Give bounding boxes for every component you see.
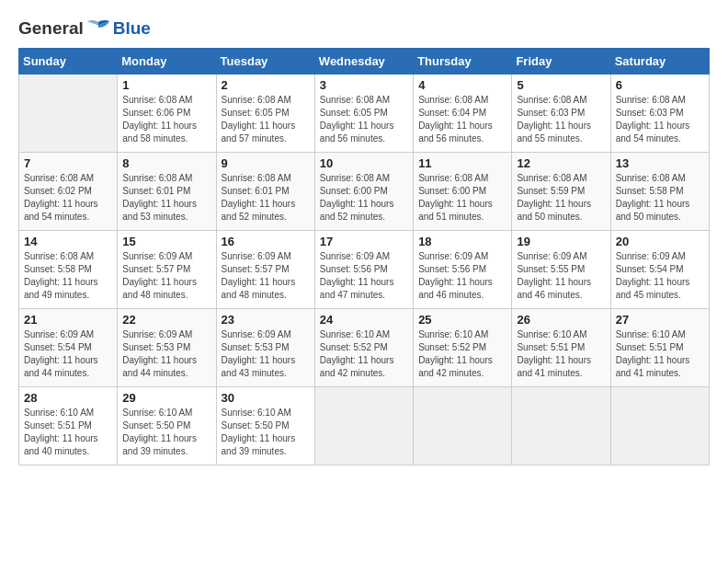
calendar-cell: 28Sunrise: 6:10 AM Sunset: 5:51 PM Dayli… [19,387,118,465]
day-info: Sunrise: 6:08 AM Sunset: 6:06 PM Dayligh… [122,94,210,145]
day-number: 9 [222,156,310,170]
day-number: 16 [222,235,310,248]
calendar-cell: 1Sunrise: 6:08 AM Sunset: 6:06 PM Daylig… [118,75,216,153]
day-info: Sunrise: 6:08 AM Sunset: 5:58 PM Dayligh… [24,250,112,302]
day-number: 14 [24,235,112,248]
day-info: Sunrise: 6:10 AM Sunset: 5:51 PM Dayligh… [616,328,704,380]
day-info: Sunrise: 6:08 AM Sunset: 6:00 PM Dayligh… [418,172,506,224]
day-info: Sunrise: 6:09 AM Sunset: 5:56 PM Dayligh… [418,250,506,302]
page-header: General Blue [18,18,710,39]
day-info: Sunrise: 6:09 AM Sunset: 5:57 PM Dayligh… [222,250,310,302]
calendar-week-row: 7Sunrise: 6:08 AM Sunset: 6:02 PM Daylig… [19,153,710,231]
calendar-cell: 7Sunrise: 6:08 AM Sunset: 6:02 PM Daylig… [19,153,118,231]
day-number: 2 [222,78,310,92]
calendar-week-row: 21Sunrise: 6:09 AM Sunset: 5:54 PM Dayli… [19,309,710,387]
day-info: Sunrise: 6:08 AM Sunset: 5:59 PM Dayligh… [517,172,605,224]
day-number: 28 [24,391,112,405]
day-info: Sunrise: 6:09 AM Sunset: 5:53 PM Dayligh… [122,328,210,380]
day-info: Sunrise: 6:08 AM Sunset: 6:01 PM Dayligh… [222,172,310,224]
day-info: Sunrise: 6:10 AM Sunset: 5:52 PM Dayligh… [320,328,408,380]
header-sunday: Sunday [19,49,118,75]
day-number: 5 [517,78,605,92]
day-info: Sunrise: 6:09 AM Sunset: 5:56 PM Dayligh… [320,250,408,302]
calendar-table: SundayMondayTuesdayWednesdayThursdayFrid… [18,48,710,465]
calendar-cell: 23Sunrise: 6:09 AM Sunset: 5:53 PM Dayli… [216,309,314,387]
calendar-cell: 20Sunrise: 6:09 AM Sunset: 5:54 PM Dayli… [610,231,709,309]
header-wednesday: Wednesday [314,49,413,75]
calendar-cell [512,387,610,465]
day-number: 6 [616,78,704,92]
day-info: Sunrise: 6:08 AM Sunset: 5:58 PM Dayligh… [616,172,704,224]
day-number: 27 [616,313,704,327]
day-number: 30 [222,391,310,405]
header-tuesday: Tuesday [216,49,314,75]
calendar-cell: 2Sunrise: 6:08 AM Sunset: 6:05 PM Daylig… [216,75,314,153]
header-friday: Friday [512,49,610,75]
day-number: 25 [418,313,506,327]
calendar-cell: 5Sunrise: 6:08 AM Sunset: 6:03 PM Daylig… [512,75,610,153]
day-number: 17 [320,235,408,248]
calendar-cell [414,387,512,465]
calendar-week-row: 14Sunrise: 6:08 AM Sunset: 5:58 PM Dayli… [19,231,710,309]
day-number: 26 [517,313,605,327]
calendar-cell [19,75,118,153]
calendar-cell: 27Sunrise: 6:10 AM Sunset: 5:51 PM Dayli… [610,309,709,387]
day-number: 21 [24,313,112,327]
day-number: 15 [122,235,210,248]
calendar-cell: 30Sunrise: 6:10 AM Sunset: 5:50 PM Dayli… [216,387,314,465]
day-info: Sunrise: 6:09 AM Sunset: 5:55 PM Dayligh… [517,250,605,302]
logo-blue-text: Blue [113,18,151,39]
calendar-cell: 8Sunrise: 6:08 AM Sunset: 6:01 PM Daylig… [118,153,216,231]
day-info: Sunrise: 6:08 AM Sunset: 6:03 PM Dayligh… [616,94,704,145]
calendar-cell: 3Sunrise: 6:08 AM Sunset: 6:05 PM Daylig… [314,75,413,153]
calendar-cell [314,387,413,465]
day-number: 11 [418,156,506,170]
calendar-cell: 19Sunrise: 6:09 AM Sunset: 5:55 PM Dayli… [512,231,610,309]
day-number: 18 [418,235,506,248]
calendar-cell: 10Sunrise: 6:08 AM Sunset: 6:00 PM Dayli… [314,153,413,231]
day-info: Sunrise: 6:08 AM Sunset: 6:01 PM Dayligh… [122,172,210,224]
day-info: Sunrise: 6:08 AM Sunset: 6:00 PM Dayligh… [320,172,408,224]
calendar-cell: 24Sunrise: 6:10 AM Sunset: 5:52 PM Dayli… [314,309,413,387]
day-number: 3 [320,78,408,92]
day-number: 19 [517,235,605,248]
day-info: Sunrise: 6:08 AM Sunset: 6:05 PM Dayligh… [320,94,408,145]
day-number: 8 [122,156,210,170]
calendar-cell: 29Sunrise: 6:10 AM Sunset: 5:50 PM Dayli… [118,387,216,465]
logo: General Blue [18,18,151,39]
day-number: 13 [616,156,704,170]
day-info: Sunrise: 6:09 AM Sunset: 5:54 PM Dayligh… [616,250,704,302]
calendar-cell: 25Sunrise: 6:10 AM Sunset: 5:52 PM Dayli… [414,309,512,387]
calendar-cell: 6Sunrise: 6:08 AM Sunset: 6:03 PM Daylig… [610,75,709,153]
day-number: 7 [24,156,112,170]
day-info: Sunrise: 6:08 AM Sunset: 6:03 PM Dayligh… [517,94,605,145]
day-info: Sunrise: 6:08 AM Sunset: 6:05 PM Dayligh… [222,94,310,145]
day-info: Sunrise: 6:10 AM Sunset: 5:51 PM Dayligh… [517,328,605,380]
day-number: 24 [320,313,408,327]
day-number: 22 [122,313,210,327]
calendar-cell: 22Sunrise: 6:09 AM Sunset: 5:53 PM Dayli… [118,309,216,387]
header-monday: Monday [118,49,216,75]
logo-bird-icon [85,18,111,39]
calendar-cell: 16Sunrise: 6:09 AM Sunset: 5:57 PM Dayli… [216,231,314,309]
day-number: 20 [616,235,704,248]
calendar-week-row: 1Sunrise: 6:08 AM Sunset: 6:06 PM Daylig… [19,75,710,153]
calendar-cell: 12Sunrise: 6:08 AM Sunset: 5:59 PM Dayli… [512,153,610,231]
calendar-cell: 17Sunrise: 6:09 AM Sunset: 5:56 PM Dayli… [314,231,413,309]
calendar-cell: 14Sunrise: 6:08 AM Sunset: 5:58 PM Dayli… [19,231,118,309]
day-info: Sunrise: 6:08 AM Sunset: 6:02 PM Dayligh… [24,172,112,224]
day-info: Sunrise: 6:09 AM Sunset: 5:54 PM Dayligh… [24,328,112,380]
day-number: 1 [122,78,210,92]
calendar-cell: 11Sunrise: 6:08 AM Sunset: 6:00 PM Dayli… [414,153,512,231]
day-number: 12 [517,156,605,170]
calendar-cell: 4Sunrise: 6:08 AM Sunset: 6:04 PM Daylig… [414,75,512,153]
day-number: 4 [418,78,506,92]
day-number: 10 [320,156,408,170]
day-info: Sunrise: 6:10 AM Sunset: 5:50 PM Dayligh… [122,407,210,458]
header-thursday: Thursday [414,49,512,75]
calendar-cell: 15Sunrise: 6:09 AM Sunset: 5:57 PM Dayli… [118,231,216,309]
day-info: Sunrise: 6:10 AM Sunset: 5:52 PM Dayligh… [418,328,506,380]
calendar-week-row: 28Sunrise: 6:10 AM Sunset: 5:51 PM Dayli… [19,387,710,465]
calendar-cell: 21Sunrise: 6:09 AM Sunset: 5:54 PM Dayli… [19,309,118,387]
calendar-cell: 9Sunrise: 6:08 AM Sunset: 6:01 PM Daylig… [216,153,314,231]
